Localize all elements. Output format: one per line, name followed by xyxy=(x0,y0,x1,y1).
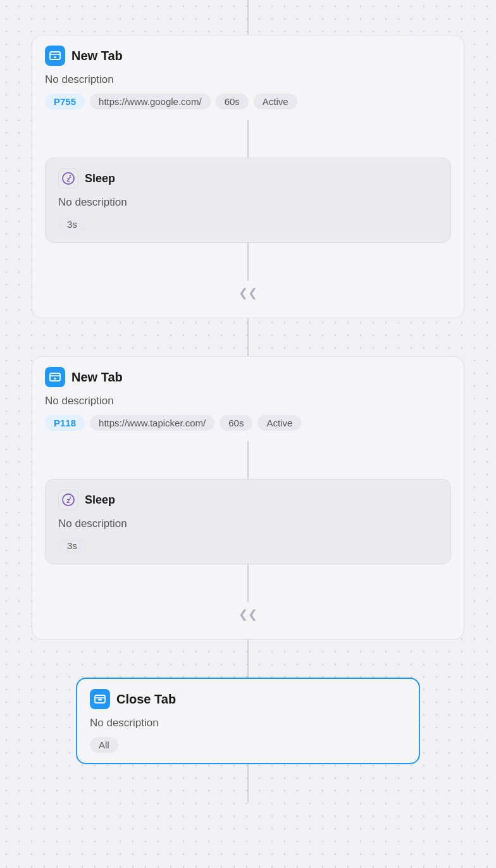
tag-3s-2: 3s xyxy=(58,538,86,554)
sleep-card-2[interactable]: z z Sleep No description 3s xyxy=(45,479,451,564)
tag-p118: P118 xyxy=(45,415,85,431)
sleep-card-1[interactable]: z z Sleep No description 3s xyxy=(45,158,451,243)
sleep-icon-2: z z xyxy=(58,490,78,510)
new-tab-description-1: No description xyxy=(45,73,451,86)
new-tab-title-1: New Tab xyxy=(71,49,123,63)
close-tab-card[interactable]: Close Tab No description All xyxy=(76,678,420,764)
svg-rect-14 xyxy=(95,695,105,703)
sleep-tags-1: 3s xyxy=(58,216,438,232)
tag-60s-2: 60s xyxy=(220,415,252,431)
sleep-title-1: Sleep xyxy=(85,172,115,185)
collapse-button-2[interactable]: ❮❮ xyxy=(32,602,464,626)
close-tab-icon xyxy=(90,689,110,709)
svg-text:z: z xyxy=(69,495,71,500)
tag-active-1: Active xyxy=(254,94,297,109)
close-tab-description: No description xyxy=(90,717,406,729)
sleep-description-1: No description xyxy=(58,196,438,209)
new-tab-icon-2 xyxy=(45,367,65,387)
svg-text:z: z xyxy=(69,174,71,178)
new-tab-description-2: No description xyxy=(45,395,451,407)
close-tab-tags: All xyxy=(90,737,406,753)
tag-3s-1: 3s xyxy=(58,216,86,232)
tag-p755: P755 xyxy=(45,94,85,109)
svg-rect-7 xyxy=(50,373,60,381)
new-tab-tags-1: P755 https://www.google.com/ 60s Active xyxy=(45,94,451,109)
collapse-button-1[interactable]: ❮❮ xyxy=(32,281,464,305)
new-tab-card-1[interactable]: New Tab No description P755 https://www.… xyxy=(32,35,464,318)
new-tab-title-2: New Tab xyxy=(71,370,123,385)
new-tab-card-2[interactable]: New Tab No description P118 https://www.… xyxy=(32,356,464,640)
sleep-description-2: No description xyxy=(58,518,438,530)
close-tab-title: Close Tab xyxy=(116,692,176,707)
tag-url-1: https://www.google.com/ xyxy=(90,94,211,109)
tag-all: All xyxy=(90,737,118,753)
tag-60s-1: 60s xyxy=(216,94,249,109)
tag-active-2: Active xyxy=(257,415,301,431)
svg-rect-0 xyxy=(50,52,60,59)
sleep-icon-1: z z xyxy=(58,168,78,189)
sleep-tags-2: 3s xyxy=(58,538,438,554)
sleep-title-2: Sleep xyxy=(85,493,115,507)
tag-url-2: https://www.tapicker.com/ xyxy=(90,415,214,431)
new-tab-tags-2: P118 https://www.tapicker.com/ 60s Activ… xyxy=(45,415,451,431)
new-tab-icon-1 xyxy=(45,46,65,66)
